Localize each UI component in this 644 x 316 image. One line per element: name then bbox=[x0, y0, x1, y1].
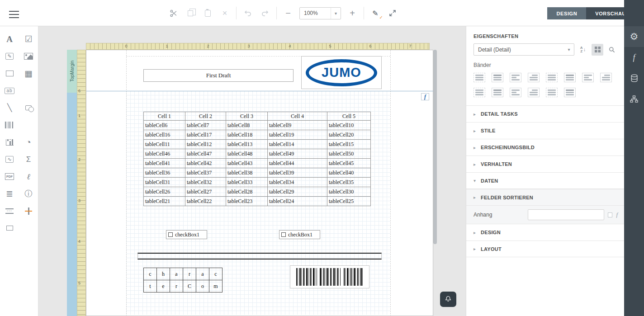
comb-cell[interactable]: C bbox=[183, 280, 196, 292]
section-daten[interactable]: ▾DATEN bbox=[466, 172, 624, 189]
table-cell[interactable]: tableCell28 bbox=[226, 187, 268, 197]
table-cell[interactable]: tableCell23 bbox=[226, 197, 268, 206]
table-header-cell[interactable]: Cell 3 bbox=[226, 112, 268, 121]
band-icon-14[interactable] bbox=[564, 88, 576, 97]
detail-band-strip[interactable] bbox=[67, 93, 77, 316]
comb-cell[interactable]: r bbox=[183, 268, 196, 280]
report-page[interactable]: f First Draft JUMO Cell 1Cell 2Cell 3Cel… bbox=[86, 50, 433, 316]
validate-icon[interactable]: ✎✓ bbox=[369, 7, 381, 19]
comb-cell[interactable]: r bbox=[170, 280, 183, 292]
fullscreen-icon[interactable] bbox=[387, 7, 398, 19]
table-header-cell[interactable]: Cell 4 bbox=[268, 112, 327, 121]
table-cell[interactable]: tableCell25 bbox=[327, 197, 371, 206]
pageinfo-tool[interactable]: ⓘ bbox=[19, 185, 38, 202]
barcode-element[interactable] bbox=[290, 265, 369, 288]
table-cell[interactable]: tableCell6 bbox=[144, 121, 185, 130]
undo-icon[interactable] bbox=[242, 7, 254, 19]
properties-tab[interactable]: ⚙ bbox=[624, 26, 644, 47]
band-icon-13[interactable] bbox=[546, 88, 558, 97]
comb-cell[interactable]: c bbox=[144, 268, 157, 280]
table-cell[interactable]: tableCell12 bbox=[185, 140, 226, 149]
table-cell[interactable]: tableCell44 bbox=[268, 159, 327, 168]
zoom-out-icon[interactable]: − bbox=[282, 7, 294, 19]
expression-button[interactable]: f bbox=[421, 93, 429, 100]
logo-picture-box[interactable]: JUMO bbox=[301, 56, 382, 89]
table-cell[interactable]: tableCell42 bbox=[185, 159, 226, 168]
shape-tool[interactable] bbox=[19, 99, 38, 116]
cut-icon[interactable] bbox=[167, 7, 179, 19]
table-cell[interactable]: tableCell26 bbox=[144, 187, 185, 197]
band-icon-7[interactable] bbox=[582, 73, 594, 82]
table-cell[interactable]: tableCell35 bbox=[327, 178, 371, 187]
band-separator[interactable] bbox=[86, 91, 434, 91]
band-icon-9[interactable] bbox=[474, 88, 485, 97]
section-stile[interactable]: ▸STILE bbox=[466, 122, 624, 139]
table-cell[interactable]: tableCell15 bbox=[327, 140, 371, 149]
table-cell[interactable]: tableCell36 bbox=[144, 168, 185, 178]
menu-icon[interactable] bbox=[9, 9, 19, 17]
table-cell[interactable]: tableCell21 bbox=[144, 197, 185, 206]
table-cell[interactable]: tableCell34 bbox=[268, 178, 327, 187]
section-detail-tasks[interactable]: ▸DETAIL TASKS bbox=[466, 105, 624, 122]
band-icon-8[interactable] bbox=[600, 73, 612, 82]
comb-cell[interactable]: h bbox=[157, 268, 170, 280]
subreport-tool[interactable] bbox=[0, 220, 19, 236]
table-cell[interactable]: tableCell31 bbox=[144, 178, 185, 187]
table-cell[interactable]: tableCell10 bbox=[327, 121, 371, 130]
table-cell[interactable]: tableCell39 bbox=[268, 168, 327, 178]
table-cell[interactable]: tableCell9 bbox=[268, 121, 327, 130]
toc-tool[interactable]: ≣ bbox=[0, 185, 19, 202]
barcode-tool[interactable] bbox=[0, 117, 19, 133]
richtext-tool[interactable]: ✎ bbox=[0, 48, 19, 65]
section-erscheinungsbild[interactable]: ▸ERSCHEINUNGSBILD bbox=[466, 139, 624, 156]
comb-cell[interactable]: e bbox=[157, 280, 170, 292]
signature-tool[interactable]: ℓ bbox=[19, 168, 38, 185]
band-icon-3[interactable] bbox=[510, 73, 521, 82]
section-layout[interactable]: ▸LAYOUT bbox=[466, 241, 624, 257]
report-table[interactable]: Cell 1Cell 2Cell 3Cell 4Cell 5 tableCell… bbox=[143, 112, 371, 206]
checkbox-tool[interactable]: ☑ bbox=[19, 31, 38, 47]
band-icon-5[interactable] bbox=[546, 73, 558, 82]
table-cell[interactable]: tableCell33 bbox=[226, 178, 268, 187]
table-cell[interactable]: tableCell8 bbox=[226, 121, 268, 130]
sparkline-tool[interactable]: ∿ bbox=[0, 151, 19, 168]
table-cell[interactable]: tableCell16 bbox=[144, 130, 185, 140]
zoom-in-icon[interactable]: + bbox=[346, 7, 358, 19]
table-cell[interactable]: tableCell11 bbox=[144, 140, 185, 149]
notification-bell-button[interactable] bbox=[440, 292, 456, 307]
table-cell[interactable]: tableCell24 bbox=[268, 197, 327, 206]
delete-icon[interactable]: × bbox=[219, 7, 231, 19]
anhang-expression-icon[interactable]: f bbox=[616, 211, 618, 218]
pdf-content-tool[interactable]: PDF bbox=[0, 168, 19, 185]
expressions-tab[interactable]: f bbox=[624, 47, 644, 68]
table-cell[interactable]: tableCell30 bbox=[327, 187, 371, 197]
table-cell[interactable]: tableCell13 bbox=[226, 140, 268, 149]
table-cell[interactable]: tableCell17 bbox=[185, 130, 226, 140]
data-sources-tab[interactable] bbox=[624, 68, 644, 89]
table-cell[interactable]: tableCell38 bbox=[226, 168, 268, 178]
checkbox-element-2[interactable]: checkBox1 bbox=[279, 230, 320, 239]
comb-cell[interactable]: o bbox=[196, 280, 209, 292]
table-cell[interactable]: tableCell19 bbox=[268, 130, 327, 140]
band-icon-6[interactable] bbox=[564, 73, 576, 82]
table-cell[interactable]: tableCell46 bbox=[144, 149, 185, 159]
table-cell[interactable]: tableCell37 bbox=[185, 168, 226, 178]
sort-az-button[interactable]: AZ↓ bbox=[577, 44, 589, 56]
vertical-scrollbar[interactable] bbox=[433, 41, 437, 316]
title-label-element[interactable]: First Draft bbox=[143, 69, 294, 82]
scrollbar-thumb[interactable] bbox=[433, 50, 437, 244]
table-cell[interactable]: tableCell40 bbox=[327, 168, 371, 178]
comb-cell[interactable]: c bbox=[209, 268, 223, 280]
band-icon-1[interactable] bbox=[474, 73, 485, 82]
table-cell[interactable]: tableCell49 bbox=[268, 149, 327, 159]
table-cell[interactable]: tableCell32 bbox=[185, 178, 226, 187]
paste-icon[interactable] bbox=[202, 7, 213, 19]
character-comb-element[interactable]: characterCom bbox=[143, 268, 223, 292]
table-cell[interactable]: tableCell20 bbox=[327, 130, 371, 140]
band-icon-2[interactable] bbox=[492, 73, 503, 82]
redo-icon[interactable] bbox=[259, 7, 271, 19]
chart-tool[interactable] bbox=[0, 134, 19, 151]
table-cell[interactable]: tableCell22 bbox=[185, 197, 226, 206]
checkbox-element-1[interactable]: checkBox1 bbox=[166, 230, 207, 239]
pivotgrid-tool[interactable]: Σ bbox=[19, 151, 38, 168]
